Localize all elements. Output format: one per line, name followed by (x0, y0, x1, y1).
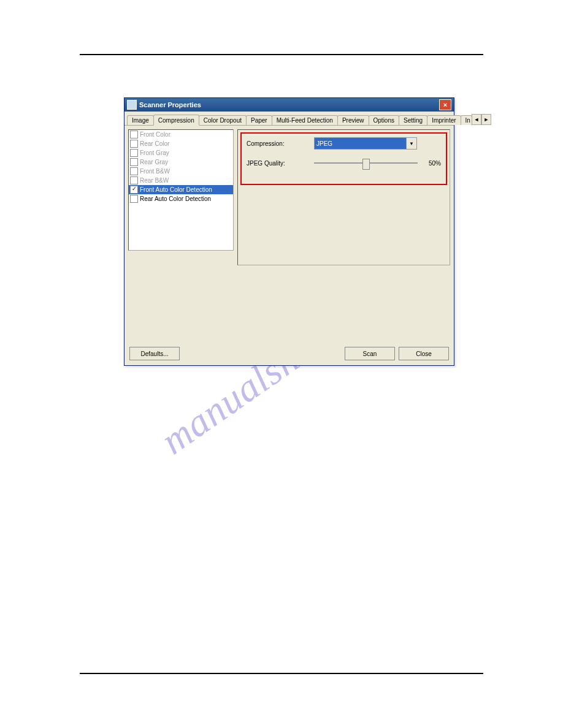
checkbox-icon[interactable] (130, 140, 138, 148)
compression-select-value: JPEG (316, 140, 332, 147)
checkbox-icon[interactable] (130, 167, 138, 175)
close-icon[interactable]: × (439, 99, 451, 110)
compression-row: Compression: JPEG ▼ (247, 137, 441, 150)
jpeg-quality-value: 50% (423, 160, 441, 167)
jpeg-quality-slider[interactable] (314, 158, 418, 168)
right-button-group: Scan Close (345, 347, 449, 360)
tab-color-dropout[interactable]: Color Dropout (199, 115, 247, 125)
tab-paper[interactable]: Paper (246, 115, 272, 125)
window-title: Scanner Properties (139, 101, 439, 108)
tab-image[interactable]: Image (127, 115, 154, 125)
slider-thumb[interactable] (362, 159, 370, 170)
list-item: Rear Auto Color Detection (129, 194, 233, 203)
titlebar[interactable]: Scanner Properties × (124, 98, 454, 112)
jpeg-quality-label: JPEG Quality: (247, 160, 314, 167)
list-item: Front B&W (129, 167, 233, 176)
tabstrip: Image Compression Color Dropout Paper Mu… (124, 112, 454, 126)
close-button[interactable]: Close (399, 347, 449, 360)
defaults-button[interactable]: Defaults... (129, 347, 180, 360)
checkbox-icon[interactable]: ✓ (130, 186, 138, 194)
tab-setting[interactable]: Setting (399, 115, 427, 125)
settings-panel: Compression: JPEG ▼ JPEG Quality: 50% (237, 129, 450, 265)
list-item-label: Rear Auto Color Detection (140, 195, 211, 202)
tab-scroll-right-icon[interactable]: ► (481, 114, 491, 125)
chevron-down-icon: ▼ (406, 138, 416, 149)
compression-label: Compression: (247, 140, 314, 147)
compression-select[interactable]: JPEG ▼ (314, 137, 417, 150)
checkbox-icon[interactable] (130, 176, 138, 184)
list-item-label: Front Auto Color Detection (140, 186, 212, 193)
page-divider-bottom (80, 673, 483, 674)
tab-compression[interactable]: Compression (153, 115, 199, 126)
checkbox-icon[interactable] (130, 131, 138, 138)
content-area: Front Color Rear Color Front Gray Rear G… (124, 126, 454, 269)
checkbox-icon[interactable] (130, 149, 138, 157)
list-item: Front Gray (129, 148, 233, 157)
list-item-label: Rear Color (140, 140, 169, 147)
tab-truncated[interactable]: In (461, 115, 472, 125)
jpeg-quality-row: JPEG Quality: 50% (247, 158, 441, 168)
tab-multi-feed-detection[interactable]: Multi-Feed Detection (272, 115, 338, 125)
checkbox-icon[interactable] (130, 158, 138, 166)
list-item-label: Front Gray (140, 150, 169, 156)
page-divider-top (80, 54, 483, 55)
jpeg-quality-slider-wrap: 50% (314, 158, 441, 168)
tab-scroll-left-icon[interactable]: ◄ (472, 114, 481, 125)
tab-imprinter[interactable]: Imprinter (427, 115, 461, 125)
scanner-properties-window: Scanner Properties × Image Compression C… (124, 97, 454, 366)
list-item-label: Rear B&W (140, 177, 169, 184)
tab-scroll-arrows: ◄ ► (472, 114, 491, 125)
tab-options[interactable]: Options (369, 115, 399, 125)
side-selection-list[interactable]: Front Color Rear Color Front Gray Rear G… (128, 129, 234, 251)
list-item-label: Rear Gray (140, 159, 168, 165)
list-item: Rear B&W (129, 176, 233, 185)
tab-preview[interactable]: Preview (337, 115, 369, 125)
scan-button[interactable]: Scan (345, 347, 395, 360)
list-item-label: Front Color (140, 131, 170, 138)
checkbox-icon[interactable] (130, 195, 138, 203)
dialog-button-bar: Defaults... Scan Close (129, 347, 449, 360)
list-item: Rear Gray (129, 157, 233, 167)
list-item-selected: ✓Front Auto Color Detection (129, 185, 233, 194)
list-item: Rear Color (129, 139, 233, 148)
window-app-icon (127, 100, 137, 110)
list-item-label: Front B&W (140, 168, 170, 175)
list-item: Front Color (129, 130, 233, 139)
